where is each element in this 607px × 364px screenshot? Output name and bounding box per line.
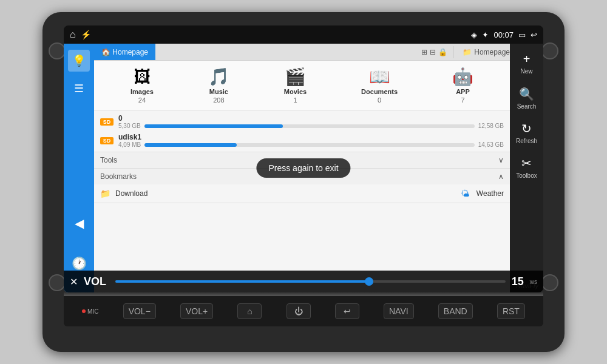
- file-types-grid: 🖼 Images 24 🎵 Music 208 🎬 Movies 1: [94, 61, 510, 110]
- app-label: APP: [456, 88, 470, 95]
- tab-list-icon[interactable]: ⊟: [430, 48, 436, 56]
- mic-indicator: MIC: [82, 308, 98, 315]
- file-browser: 🏠 Homepage ⊞ ⊟ 🔒 📁 Homepage: [94, 44, 510, 292]
- tabs-bar: 🏠 Homepage ⊞ ⊟ 🔒 📁 Homepage: [94, 44, 510, 61]
- movies-count: 1: [293, 96, 297, 104]
- time-display: 00:07: [493, 30, 514, 39]
- screw-br: [541, 274, 558, 291]
- band-button[interactable]: BAND: [438, 303, 473, 319]
- movies-label: Movies: [284, 88, 307, 95]
- drive-0-track: [144, 124, 475, 128]
- home-status-icon[interactable]: ⌂: [70, 29, 76, 40]
- vol-minus-icon: VOL−: [129, 306, 151, 316]
- status-bar: ⌂ ⚡ ◈ ✦ 00:07 ▭ ↩: [64, 25, 543, 44]
- right-sidebar: + New 🔍 Search ↻ Refresh ✂ Toolbox NaviF…: [510, 44, 543, 292]
- toolbox-icon: ✂: [521, 156, 532, 170]
- drive-1-info: udisk1 4,09 MB 14,63 GB: [118, 133, 504, 148]
- mic-dot: [82, 309, 86, 313]
- screw-tr: [541, 42, 558, 59]
- power-button[interactable]: ⏻: [287, 303, 311, 319]
- bt-icon: ✦: [482, 30, 489, 39]
- refresh-icon: ↻: [521, 121, 532, 136]
- vol-track[interactable]: [115, 280, 506, 283]
- navi-icon: NAVI: [389, 306, 409, 316]
- drive-1-badge: SD: [100, 137, 114, 144]
- tab-grid-icon[interactable]: ⊞: [421, 48, 427, 56]
- drive-1-used: 4,09 MB: [118, 141, 141, 148]
- refresh-button[interactable]: ↻ Refresh: [512, 116, 542, 149]
- documents-label: Documents: [361, 88, 398, 95]
- movies-icon: 🎬: [285, 67, 306, 87]
- back-hw-icon: ↩: [344, 306, 351, 316]
- app-icon: 🤖: [452, 67, 473, 87]
- tab-homepage-1[interactable]: 🏠 Homepage: [94, 44, 155, 60]
- documents-count: 0: [378, 96, 381, 104]
- images-label: Images: [131, 88, 154, 95]
- download-folder-label: Download: [115, 189, 148, 198]
- file-type-app[interactable]: 🤖 APP 7: [452, 67, 473, 104]
- drive-0-name: 0: [118, 114, 504, 123]
- new-button[interactable]: + New: [512, 47, 542, 80]
- sidebar-menu-icon[interactable]: ☰: [68, 78, 90, 99]
- weather-folder-icon: 🌤: [461, 189, 469, 198]
- tab-lock-icon[interactable]: 🔒: [438, 48, 447, 56]
- vol-label: VOL: [94, 275, 106, 288]
- screen-icon[interactable]: ▭: [518, 30, 526, 39]
- band-icon: BAND: [444, 306, 467, 316]
- drive-0-info: 0 5,30 GB 12,58 GB: [118, 114, 504, 129]
- file-type-music[interactable]: 🎵 Music 208: [208, 67, 229, 104]
- music-label: Music: [209, 88, 228, 95]
- screen: ⌂ ⚡ ◈ ✦ 00:07 ▭ ↩ 💡 ☰ ◀ 🕐: [64, 25, 543, 292]
- images-count: 24: [138, 96, 146, 104]
- toolbox-button[interactable]: ✂ Toolbox: [512, 150, 542, 184]
- documents-icon: 📖: [369, 67, 390, 87]
- file-type-images[interactable]: 🖼 Images 24: [131, 67, 154, 104]
- mic-label: MIC: [87, 308, 98, 315]
- sidebar-light-icon[interactable]: 💡: [68, 50, 90, 72]
- file-type-documents[interactable]: 📖 Documents 0: [361, 67, 398, 104]
- tab-2-label: Homepage: [474, 48, 510, 56]
- navi-button[interactable]: NAVI: [384, 303, 414, 319]
- tab-2-icon: 📁: [463, 48, 472, 56]
- drive-1-fill: [144, 143, 237, 147]
- search-button[interactable]: 🔍 Search: [512, 81, 542, 115]
- drive-0-used: 5,30 GB: [118, 123, 141, 129]
- status-left: ⌂ ⚡: [70, 29, 91, 40]
- car-unit: ⌂ ⚡ ◈ ✦ 00:07 ▭ ↩ 💡 ☰ ◀ 🕐: [42, 12, 565, 352]
- file-type-movies[interactable]: 🎬 Movies 1: [284, 67, 307, 104]
- tab-1-label: 🏠 Homepage: [101, 48, 148, 56]
- vol-fill: [115, 280, 369, 283]
- status-right: ◈ ✦ 00:07 ▭ ↩: [471, 30, 537, 39]
- download-folder-icon: 📁: [100, 189, 110, 198]
- back-icon[interactable]: ↩: [531, 30, 537, 39]
- rst-button[interactable]: RST: [497, 303, 525, 319]
- drive-0[interactable]: SD 0 5,30 GB 12,58 GB: [100, 114, 504, 129]
- back-hw-button[interactable]: ↩: [335, 303, 359, 319]
- power-icon: ⏻: [294, 306, 303, 316]
- tab-homepage-2[interactable]: 📁 Homepage: [456, 48, 510, 56]
- music-count: 208: [213, 96, 224, 104]
- vol-thumb[interactable]: [365, 277, 373, 286]
- music-icon: 🎵: [208, 67, 229, 87]
- screw-tl: [49, 42, 66, 59]
- drive-1[interactable]: SD udisk1 4,09 MB 14,63 GB: [100, 133, 504, 148]
- drive-1-bar-row: 4,09 MB 14,63 GB: [118, 141, 504, 148]
- home-hw-button[interactable]: ⌂: [237, 303, 262, 319]
- drive-1-name: udisk1: [118, 133, 504, 141]
- drive-0-fill: [144, 124, 283, 128]
- sidebar-back-icon[interactable]: ◀: [68, 212, 90, 234]
- weather-folder-label: Weather: [476, 189, 504, 198]
- main-content: 💡 ☰ ◀ 🕐 🏠 Homepage ⊞ ⊟: [64, 44, 543, 292]
- search-label: Search: [517, 103, 537, 110]
- drive-list: SD 0 5,30 GB 12,58 GB: [94, 110, 510, 152]
- vol-minus-button[interactable]: VOL−: [123, 303, 156, 319]
- vol-plus-button[interactable]: VOL+: [180, 303, 213, 319]
- tools-chevron: ∨: [498, 156, 504, 164]
- tools-label: Tools: [100, 156, 117, 164]
- drive-0-badge: SD: [100, 118, 114, 126]
- app-count: 7: [461, 96, 464, 104]
- folder-download[interactable]: 📁 Download 🌤 Weather: [100, 187, 504, 200]
- search-icon: 🔍: [519, 87, 534, 101]
- new-icon: +: [523, 52, 531, 66]
- new-label: New: [520, 68, 532, 75]
